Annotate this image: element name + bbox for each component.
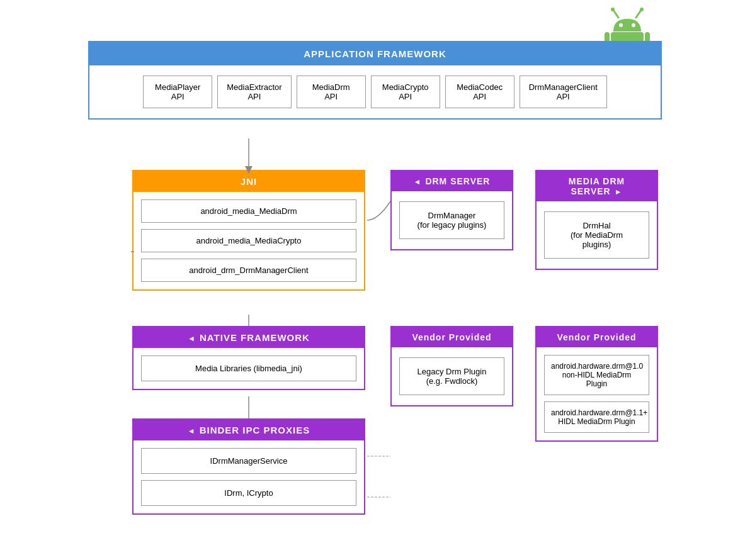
media-drm-server-section: MEDIA DRM SERVER DrmHal(for MediaDrmplug… xyxy=(535,170,658,270)
drm-server-header: DRM SERVER xyxy=(392,171,512,191)
vendor-media-section: Vendor Provided android.hardware.drm@1.0… xyxy=(535,326,658,442)
jni-item-mediacrypto: android_media_MediaCrypto xyxy=(141,229,356,252)
vendor-media-header: Vendor Provided xyxy=(537,327,657,347)
svg-point-5 xyxy=(632,23,635,27)
vendor-media-body: android.hardware.drm@1.0non-HIDL MediaDr… xyxy=(537,347,657,440)
svg-point-4 xyxy=(619,23,623,27)
jni-section: JNI android_media_MediaDrm android_media… xyxy=(132,170,365,291)
binder-ipc-section: BINDER IPC PROXIES IDrmManagerService ID… xyxy=(132,418,365,515)
vendor-drm-body: Legacy Drm Plugin(e.g. Fwdlock) xyxy=(392,347,512,405)
vendor-drm-section: Vendor Provided Legacy Drm Plugin(e.g. F… xyxy=(390,326,513,406)
api-box-mediacrypto: MediaCryptoAPI xyxy=(371,76,440,108)
native-framework-body: Media Libraries (libmedia_jni) xyxy=(134,348,364,389)
jni-header: JNI xyxy=(134,171,364,192)
app-framework-body: MediaPlayerAPI MediaExtractorAPI MediaDr… xyxy=(89,65,661,118)
api-box-mediacodec: MediaCodecAPI xyxy=(445,76,514,108)
binder-item-idrmmanagerservice: IDrmManagerService xyxy=(141,448,356,474)
native-framework-header: NATIVE FRAMEWORK xyxy=(134,327,364,348)
app-framework-section: APPLICATION FRAMEWORK MediaPlayerAPI Med… xyxy=(88,41,662,120)
vendor-media-item-hidl10: android.hardware.drm@1.0non-HIDL MediaDr… xyxy=(544,355,649,395)
binder-ipc-body: IDrmManagerService IDrm, ICrypto xyxy=(134,440,364,513)
api-box-mediadrm: MediaDrmAPI xyxy=(297,76,366,108)
binder-item-idrm-icrypto: IDrm, ICrypto xyxy=(141,480,356,506)
api-box-mediaextractor: MediaExtractorAPI xyxy=(217,76,291,108)
diagram-container: APPLICATION FRAMEWORK MediaPlayerAPI Med… xyxy=(0,0,750,560)
media-drm-server-body: DrmHal(for MediaDrmplugins) xyxy=(537,201,657,269)
jni-item-mediadrm: android_media_MediaDrm xyxy=(141,199,356,223)
svg-point-1 xyxy=(611,8,615,11)
media-drm-server-item-drmhal: DrmHal(for MediaDrmplugins) xyxy=(544,211,649,259)
jni-item-drmmanagerclient: android_drm_DrmManagerClient xyxy=(141,259,356,282)
svg-point-3 xyxy=(640,8,644,11)
drm-server-item-drmmanager: DrmManager(for legacy plugins) xyxy=(399,201,504,239)
media-drm-server-header: MEDIA DRM SERVER xyxy=(537,171,657,201)
vendor-drm-header: Vendor Provided xyxy=(392,327,512,347)
vendor-drm-item-legacyplugin: Legacy Drm Plugin(e.g. Fwdlock) xyxy=(399,357,504,395)
svg-line-0 xyxy=(613,10,618,18)
drm-server-body: DrmManager(for legacy plugins) xyxy=(392,191,512,249)
jni-body: android_media_MediaDrm android_media_Med… xyxy=(134,192,364,289)
drm-server-section: DRM SERVER DrmManager(for legacy plugins… xyxy=(390,170,513,250)
api-box-mediaplayer: MediaPlayerAPI xyxy=(143,76,212,108)
svg-line-2 xyxy=(636,10,641,18)
api-box-drmmanagerclient: DrmManagerClientAPI xyxy=(520,76,607,108)
vendor-media-item-hidl11: android.hardware.drm@1.1+HIDL MediaDrm P… xyxy=(544,401,649,433)
native-framework-section: NATIVE FRAMEWORK Media Libraries (libmed… xyxy=(132,326,365,390)
native-item-medialibraries: Media Libraries (libmedia_jni) xyxy=(141,356,356,381)
app-framework-header: APPLICATION FRAMEWORK xyxy=(89,42,661,65)
binder-ipc-header: BINDER IPC PROXIES xyxy=(134,420,364,440)
